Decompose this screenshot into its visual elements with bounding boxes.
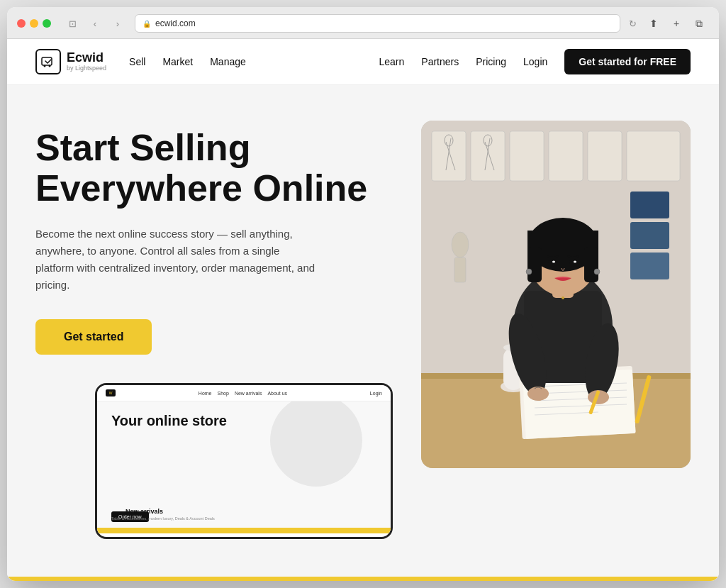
hero-section: Start Selling Everywhere Online Become t… <box>7 85 719 577</box>
svg-rect-8 <box>588 131 622 181</box>
window-layout-button[interactable]: ⊡ <box>62 16 82 31</box>
svg-point-51 <box>574 261 576 263</box>
hero-photo <box>421 121 691 468</box>
hero-illustration <box>421 121 691 468</box>
hero-right <box>421 121 691 577</box>
new-tab-button[interactable]: + <box>666 16 686 31</box>
svg-rect-47 <box>584 247 598 282</box>
svg-point-1 <box>44 65 46 67</box>
tablet-nav-shop: Shop <box>218 391 229 396</box>
browser-chrome: ⊡ ‹ › 🔒 ecwid.com ↻ ⬆ + ⧉ <box>7 7 719 39</box>
browser-controls: ⊡ ‹ › <box>62 16 128 31</box>
get-started-free-button[interactable]: Get started for FREE <box>564 49 691 74</box>
logo[interactable]: Ecwid by Lightspeed <box>35 49 106 74</box>
lock-icon: 🔒 <box>143 20 151 28</box>
share-button[interactable]: ⬆ <box>644 16 664 31</box>
nav-right: Learn Partners Pricing Login Get started… <box>379 49 691 74</box>
nav-item-market[interactable]: Market <box>162 55 193 68</box>
nav-link-sell[interactable]: Sell <box>129 56 145 67</box>
browser-window: ⊡ ‹ › 🔒 ecwid.com ↻ ⬆ + ⧉ <box>7 7 719 581</box>
nav-right-links: Learn Partners Pricing Login <box>379 55 548 68</box>
svg-rect-16 <box>630 192 669 218</box>
bottom-yellow-strip <box>7 577 719 581</box>
svg-rect-0 <box>42 57 52 65</box>
traffic-lights <box>17 19 51 28</box>
nav-link-manage[interactable]: Manage <box>210 56 246 67</box>
address-bar[interactable]: 🔒 ecwid.com <box>135 14 620 33</box>
tablet-nav-new-arrivals: New arrivals <box>235 391 262 396</box>
svg-point-52 <box>526 269 532 274</box>
svg-point-53 <box>594 269 600 274</box>
minimize-button[interactable] <box>30 19 38 28</box>
svg-rect-45 <box>531 233 595 248</box>
hero-description: Become the next online success story — s… <box>35 226 319 294</box>
nav-left: Ecwid by Lightspeed Sell Market Manage <box>35 49 246 74</box>
main-nav: Ecwid by Lightspeed Sell Market Manage <box>7 39 719 85</box>
tablet-new-arrivals: New arrivals <box>125 508 163 515</box>
back-button[interactable]: ‹ <box>85 16 105 31</box>
svg-rect-5 <box>471 131 505 181</box>
svg-rect-46 <box>527 247 542 282</box>
logo-text: Ecwid by Lightspeed <box>67 51 106 72</box>
svg-point-38 <box>527 387 549 401</box>
tablet-nav-about: About us <box>267 391 287 396</box>
tablet-products: Table & Accessories, modern luxury, Deal… <box>111 516 215 521</box>
tablet-store-title: Your online store <box>111 413 376 428</box>
nav-item-sell[interactable]: Sell <box>129 55 145 68</box>
logo-icon <box>35 49 61 74</box>
svg-rect-17 <box>630 222 669 249</box>
svg-rect-6 <box>510 131 544 181</box>
nav-item-learn[interactable]: Learn <box>379 55 405 68</box>
svg-point-19 <box>452 232 469 257</box>
close-button[interactable] <box>17 19 26 28</box>
tablet-content: Your online store Order now New arrivals… <box>97 401 391 533</box>
tablet-yellow-bar <box>97 528 391 533</box>
nav-menu: Sell Market Manage <box>129 55 246 68</box>
svg-point-49 <box>569 260 578 265</box>
nav-item-login[interactable]: Login <box>523 55 547 68</box>
tablet-nav-home: Home <box>199 391 212 396</box>
svg-rect-7 <box>549 131 583 181</box>
nav-item-manage[interactable]: Manage <box>210 55 246 68</box>
nav-link-pricing[interactable]: Pricing <box>476 56 506 67</box>
nav-link-learn[interactable]: Learn <box>379 56 405 67</box>
tablet-nav: W Home Shop New arrivals About us Login <box>97 385 391 401</box>
hero-title: Start Selling Everywhere Online <box>35 128 393 209</box>
logo-name: Ecwid <box>67 51 106 65</box>
svg-rect-20 <box>454 257 466 282</box>
svg-rect-4 <box>432 131 466 181</box>
svg-rect-18 <box>630 253 669 279</box>
forward-button[interactable]: › <box>108 16 128 31</box>
hero-cta-button[interactable]: Get started <box>35 319 152 355</box>
address-bar-container: 🔒 ecwid.com ↻ <box>135 14 637 33</box>
logo-sub: by Lightspeed <box>67 65 106 72</box>
nav-item-partners[interactable]: Partners <box>421 55 459 68</box>
svg-point-41 <box>562 296 564 299</box>
hero-left: Start Selling Everywhere Online Become t… <box>35 121 393 577</box>
website-content: Ecwid by Lightspeed Sell Market Manage <box>7 39 719 581</box>
svg-rect-9 <box>627 131 680 181</box>
tabs-button[interactable]: ⧉ <box>689 16 709 31</box>
svg-point-48 <box>548 260 557 265</box>
reload-button[interactable]: ↻ <box>629 18 637 29</box>
url-text: ecwid.com <box>155 18 196 28</box>
tablet-nav-links: Home Shop New arrivals About us <box>199 391 287 396</box>
tablet-mockup: W Home Shop New arrivals About us Login <box>95 383 393 539</box>
svg-point-2 <box>49 65 51 67</box>
maximize-button[interactable] <box>43 19 51 28</box>
nav-link-partners[interactable]: Partners <box>421 56 459 67</box>
nav-item-pricing[interactable]: Pricing <box>476 55 506 68</box>
tablet-nav-login: Login <box>370 391 382 396</box>
nav-link-login[interactable]: Login <box>523 56 547 67</box>
browser-actions: ⬆ + ⧉ <box>644 16 709 31</box>
nav-link-market[interactable]: Market <box>162 56 193 67</box>
svg-point-50 <box>552 261 555 263</box>
